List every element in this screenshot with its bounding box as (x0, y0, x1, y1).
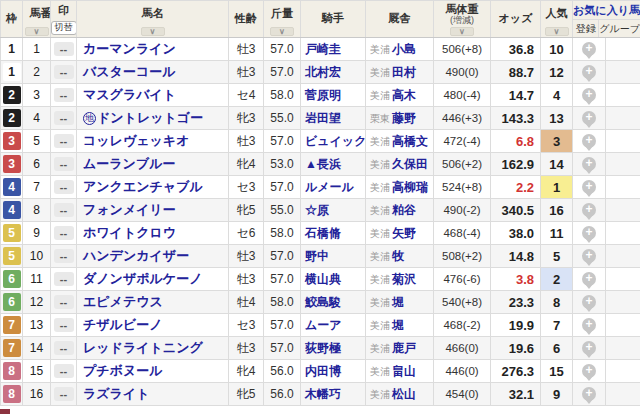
favorite-add-icon[interactable] (582, 88, 596, 102)
trainer-link[interactable]: 高橋文 (392, 134, 428, 148)
odds-value[interactable]: 276.3 (491, 360, 541, 383)
jockey-link[interactable]: ▲長浜 (305, 157, 341, 171)
favorite-add-icon[interactable] (582, 387, 596, 401)
favorite-add-icon[interactable] (582, 341, 596, 355)
horse-name-link[interactable]: エピメテウス (83, 294, 163, 309)
odds-value[interactable]: 14.8 (491, 245, 541, 268)
horse-name-link[interactable]: アンクエンチャブル (83, 179, 203, 194)
sort-icon[interactable]: ∨ (545, 27, 569, 36)
favorite-add-icon[interactable] (582, 157, 596, 171)
jockey-link[interactable]: ビュイック (305, 134, 366, 148)
jockey-link[interactable]: 内田博 (305, 364, 341, 378)
favorite-add-icon[interactable] (582, 249, 596, 263)
mark-select[interactable]: -- (54, 226, 74, 240)
jockey-link[interactable]: 荻野極 (305, 341, 341, 355)
trainer-link[interactable]: 藤野 (392, 111, 416, 125)
horse-name-link[interactable]: バスターコール (83, 64, 176, 79)
odds-value[interactable]: 3.8 (491, 268, 541, 291)
mark-select[interactable]: -- (54, 42, 74, 56)
horse-name-link[interactable]: レッドライトニング (83, 340, 203, 355)
trainer-link[interactable]: 高柳瑞 (392, 180, 428, 194)
mark-select[interactable]: -- (54, 295, 74, 309)
odds-value[interactable]: 143.3 (491, 107, 541, 130)
horse-name-link[interactable]: チザルビーノ (83, 317, 163, 332)
trainer-link[interactable]: 畠山 (392, 364, 416, 378)
odds-value[interactable]: 340.5 (491, 199, 541, 222)
horse-name-link[interactable]: ラズライト (83, 386, 150, 401)
horse-name-link[interactable]: マスグラバイト (83, 87, 176, 102)
trainer-link[interactable]: 田村 (392, 65, 416, 79)
jockey-link[interactable]: ルメール (305, 180, 354, 194)
odds-value[interactable]: 32.1 (491, 383, 541, 406)
jockey-link[interactable]: 木幡巧 (305, 387, 341, 401)
jockey-link[interactable]: 北村宏 (305, 65, 341, 79)
mark-select[interactable]: -- (54, 341, 74, 355)
mark-select[interactable]: -- (54, 65, 74, 79)
odds-value[interactable]: 162.9 (491, 153, 541, 176)
favorite-add-icon[interactable] (582, 180, 596, 194)
horse-name-link[interactable]: ホワイトクロウ (83, 225, 176, 240)
odds-value[interactable]: 38.0 (491, 222, 541, 245)
favorite-add-icon[interactable] (582, 364, 596, 378)
sort-icon[interactable]: ∨ (25, 27, 49, 36)
jockey-link[interactable]: ☆原 (305, 203, 329, 217)
odds-value[interactable]: 2.2 (491, 176, 541, 199)
trainer-link[interactable]: 粕谷 (392, 203, 416, 217)
horse-name-link[interactable]: カーマンライン (83, 41, 176, 56)
horse-name-link[interactable]: ドントレットゴー (97, 110, 203, 125)
trainer-link[interactable]: 堀 (392, 295, 404, 309)
trainer-link[interactable]: 堀 (392, 318, 404, 332)
jockey-link[interactable]: ムーア (305, 318, 342, 332)
odds-value[interactable]: 36.8 (491, 38, 541, 61)
favorite-add-icon[interactable] (582, 134, 596, 148)
favorite-add-icon[interactable] (582, 111, 596, 125)
odds-value[interactable]: 23.3 (491, 291, 541, 314)
odds-value[interactable]: 19.6 (491, 337, 541, 360)
horse-name-link[interactable]: プチボヌール (83, 363, 163, 378)
mark-select[interactable]: -- (54, 387, 74, 401)
favorite-add-icon[interactable] (582, 42, 596, 56)
favorite-add-icon[interactable] (582, 318, 596, 332)
odds-value[interactable]: 14.7 (491, 84, 541, 107)
odds-value[interactable]: 19.9 (491, 314, 541, 337)
mark-select[interactable]: -- (54, 88, 74, 102)
mark-select[interactable]: -- (54, 272, 74, 286)
trainer-link[interactable]: 鹿戸 (392, 341, 416, 355)
jockey-link[interactable]: 岩田望 (305, 111, 341, 125)
trainer-link[interactable]: 矢野 (392, 226, 416, 240)
mark-select[interactable]: -- (54, 111, 74, 125)
favorite-add-icon[interactable] (582, 203, 596, 217)
jockey-link[interactable]: 鮫島駿 (305, 295, 341, 309)
mark-select[interactable]: -- (54, 318, 74, 332)
trainer-link[interactable]: 牧 (392, 249, 404, 263)
jockey-link[interactable]: 野中 (305, 249, 329, 263)
favorite-add-icon[interactable] (582, 65, 596, 79)
horse-name-link[interactable]: コッレヴェッキオ (83, 133, 189, 148)
mark-select[interactable]: -- (54, 203, 74, 217)
horse-name-link[interactable]: ムーランブルー (83, 156, 176, 171)
horse-name-link[interactable]: ダノンザポルケーノ (83, 271, 202, 286)
favorite-add-icon[interactable] (582, 226, 596, 240)
jockey-link[interactable]: 横山典 (305, 272, 341, 286)
favorite-add-icon[interactable] (582, 272, 596, 286)
trainer-link[interactable]: 松山 (392, 387, 416, 401)
trainer-link[interactable]: 小島 (392, 42, 416, 56)
odds-value[interactable]: 6.8 (491, 130, 541, 153)
sort-icon[interactable]: ∨ (450, 27, 474, 36)
sort-icon[interactable]: ∨ (270, 27, 294, 36)
mark-select[interactable]: -- (54, 134, 74, 148)
trainer-link[interactable]: 久保田 (392, 157, 428, 171)
sort-icon[interactable]: ∨ (141, 27, 165, 36)
horse-name-link[interactable]: フォンメイリー (83, 202, 176, 217)
mark-select[interactable]: -- (54, 249, 74, 263)
mark-toggle-button[interactable]: 切替 (51, 21, 77, 35)
horse-name-link[interactable]: ハンデンカイザー (83, 248, 189, 263)
jockey-link[interactable]: 戸崎圭 (305, 42, 341, 56)
mark-select[interactable]: -- (54, 180, 74, 194)
mark-select[interactable]: -- (54, 364, 74, 378)
jockey-link[interactable]: 菅原明 (305, 88, 341, 102)
mark-select[interactable]: -- (54, 157, 74, 171)
jockey-link[interactable]: 石橋脩 (305, 226, 341, 240)
trainer-link[interactable]: 高木 (392, 88, 416, 102)
favorite-add-icon[interactable] (582, 295, 596, 309)
